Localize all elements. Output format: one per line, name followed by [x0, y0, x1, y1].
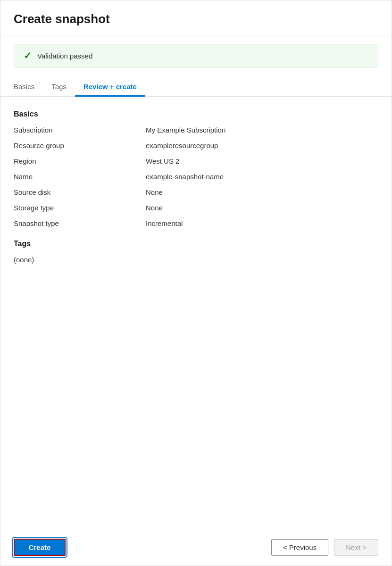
tags-none-value: (none)	[14, 256, 378, 264]
field-label-resource-group: Resource group	[14, 142, 146, 150]
create-button[interactable]: Create	[14, 539, 66, 556]
footer-area: Create < Previous Next >	[0, 529, 392, 566]
field-row-storage-type: Storage type None	[14, 204, 378, 213]
field-row-source-disk: Source disk None	[14, 188, 378, 197]
field-value-region: West US 2	[146, 157, 378, 165]
field-value-source-disk: None	[146, 188, 378, 196]
field-row-subscription: Subscription My Example Subscription	[14, 126, 378, 135]
checkmark-icon: ✓	[24, 51, 32, 60]
content-spacer	[0, 396, 392, 529]
tab-review-create[interactable]: Review + create	[75, 78, 145, 97]
validation-banner: ✓ Validation passed	[14, 44, 378, 67]
page-header: Create snapshot	[0, 0, 392, 35]
validation-text: Validation passed	[37, 52, 92, 60]
tab-tags[interactable]: Tags	[43, 78, 75, 97]
field-label-storage-type: Storage type	[14, 204, 146, 212]
field-value-snapshot-type: Incremental	[146, 219, 378, 227]
tab-basics[interactable]: Basics	[14, 78, 43, 97]
field-value-subscription: My Example Subscription	[146, 126, 378, 134]
field-row-snapshot-type: Snapshot type Incremental	[14, 219, 378, 228]
tags-section-title: Tags	[14, 240, 378, 248]
content-area: Basics Subscription My Example Subscript…	[0, 97, 392, 396]
field-value-storage-type: None	[146, 204, 378, 212]
page-title: Create snapshot	[14, 12, 378, 26]
basics-section-title: Basics	[14, 110, 378, 118]
next-button: Next >	[334, 539, 378, 556]
field-value-name: example-snapshot-name	[146, 173, 378, 181]
basics-section: Basics Subscription My Example Subscript…	[14, 110, 378, 228]
field-row-name: Name example-snapshot-name	[14, 173, 378, 182]
tags-section: Tags (none)	[14, 240, 378, 264]
previous-button[interactable]: < Previous	[271, 539, 328, 556]
field-row-region: Region West US 2	[14, 157, 378, 166]
field-label-name: Name	[14, 173, 146, 181]
page-container: Create snapshot ✓ Validation passed Basi…	[0, 0, 392, 566]
field-label-source-disk: Source disk	[14, 188, 146, 196]
field-label-subscription: Subscription	[14, 126, 146, 134]
tabs-container: Basics Tags Review + create	[0, 78, 392, 97]
field-value-resource-group: exampleresourcegroup	[146, 142, 378, 150]
field-label-snapshot-type: Snapshot type	[14, 219, 146, 227]
field-row-resource-group: Resource group exampleresourcegroup	[14, 142, 378, 150]
field-label-region: Region	[14, 157, 146, 165]
